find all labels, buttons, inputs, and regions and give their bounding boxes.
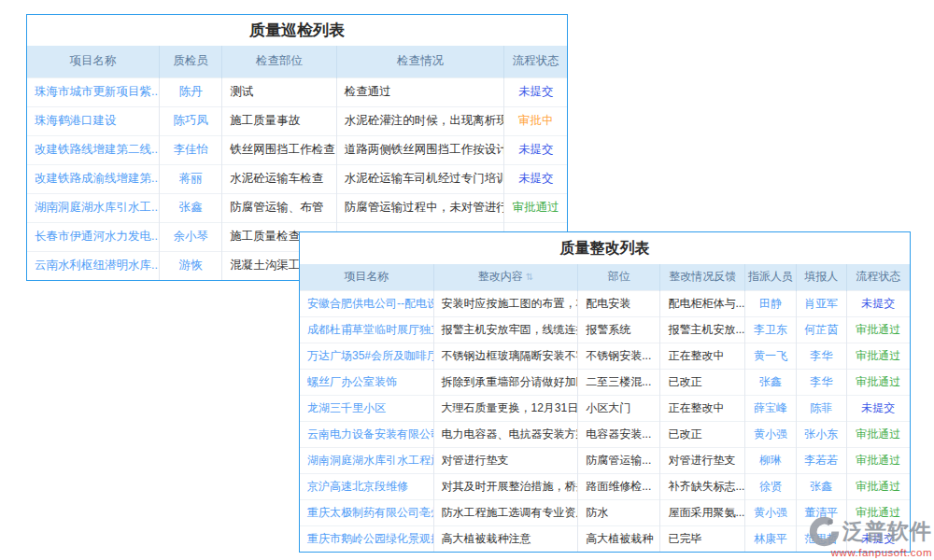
project-link[interactable]: 云南电力设备安装有限公司20...: [307, 427, 433, 441]
table-row: 湖南洞庭湖水库引水工...张鑫防腐管运输、布管防腐管运输过程中，未对管进行...…: [27, 193, 567, 222]
person-link[interactable]: 李华: [810, 375, 832, 388]
column-header-label: 流程状态: [513, 54, 559, 67]
table-cell: 审批通过: [504, 193, 567, 222]
table-cell: 李若若: [797, 447, 847, 473]
project-link[interactable]: 重庆太极制药有限公司亳州中...: [307, 506, 433, 519]
cell-text: 施工质量事故: [230, 114, 300, 127]
project-link[interactable]: 珠海鹤港口建设: [35, 114, 117, 127]
project-link[interactable]: 改建铁路成渝线增建第...: [35, 172, 160, 185]
person-link[interactable]: 张鑫: [759, 375, 782, 388]
person-link[interactable]: 肖亚军: [804, 297, 838, 310]
project-link[interactable]: 湖南洞庭湖水库引水工程施工标: [307, 454, 433, 467]
table-cell: 高大植被栽种: [578, 525, 660, 552]
person-link[interactable]: 田静: [759, 297, 782, 310]
brand-name: 泛普软件: [842, 517, 932, 546]
column-header-inspector: 质检员: [160, 46, 222, 77]
person-link[interactable]: 余小琴: [173, 230, 208, 243]
project-link[interactable]: 成都杜甫草堂临时展厅独立展...: [307, 323, 433, 336]
project-link[interactable]: 湖南洞庭湖水库引水工...: [35, 201, 160, 214]
person-link[interactable]: 张鑫: [179, 201, 203, 214]
table-cell: 正在整改中: [660, 343, 745, 369]
cell-text: 大理石质量更换，12月31日之...: [442, 401, 578, 414]
column-header-label: 整改情况反馈: [669, 270, 736, 283]
table-cell: 安装时应按施工图的布置，将...: [433, 290, 578, 316]
table-cell: 屋面采用聚氨...: [660, 499, 745, 525]
table-cell: 报警主机安放牢固，线缆连接...: [433, 316, 578, 343]
project-link[interactable]: 京沪高速北京段维修: [307, 480, 408, 493]
person-link[interactable]: 陈菲: [810, 401, 832, 414]
table-row: 万达广场35#会所及咖啡厅空...不锈钢边框玻璃隔断安装不牢...不锈钢安装..…: [300, 343, 910, 369]
project-link[interactable]: 安徽合肥供电公司--配电设备...: [307, 297, 433, 310]
person-link[interactable]: 林康平: [754, 532, 787, 545]
person-link[interactable]: 黄一飞: [754, 349, 787, 362]
table-cell: 高大植被栽种注意: [433, 525, 578, 552]
person-link[interactable]: 薛宝峰: [754, 401, 787, 414]
table-row: 湖南洞庭湖水库引水工程施工标对管进行垫支防腐管运输...对管进行垫支柳琳李若若审…: [300, 447, 910, 473]
column-header-content: 整改内容⇅: [433, 264, 578, 290]
table-title: 质量巡检列表: [27, 15, 567, 46]
table-row: 改建铁路线增建第二线...李佳怡铁丝网围挡工作检查道路两侧铁丝网围挡工作按设计.…: [27, 135, 567, 164]
person-link[interactable]: 柳琳: [759, 454, 782, 467]
quality-rectification-card: 质量整改列表 项目名称整改内容⇅部位整改情况反馈指派人员填报人流程状态安徽合肥供…: [299, 231, 911, 553]
table-cell: 审批通过: [846, 421, 910, 447]
person-link[interactable]: 陈丹: [179, 85, 203, 98]
table-cell: 肖亚军: [797, 290, 847, 316]
column-header-situation: 检查情况: [336, 46, 504, 77]
table-cell: 京沪高速北京段维修: [300, 473, 433, 499]
person-link[interactable]: 李佳怡: [173, 143, 208, 156]
project-link[interactable]: 改建铁路线增建第二线...: [35, 143, 160, 156]
person-link[interactable]: 李卫东: [754, 323, 787, 336]
table-cell: 黄一飞: [745, 343, 797, 369]
project-link[interactable]: 万达广场35#会所及咖啡厅空...: [307, 349, 433, 362]
table-cell: 张小东: [797, 421, 847, 447]
table-cell: 电容器安装...: [578, 421, 660, 447]
project-link[interactable]: 云南水利枢纽潜明水库...: [35, 259, 160, 272]
table-cell: 水泥砼运输车司机经过专门培训...: [336, 164, 504, 193]
table-cell: 补齐缺失标志...: [660, 473, 745, 499]
project-link[interactable]: 螺丝厂办公室装饰: [307, 375, 397, 388]
table-cell: 湖南洞庭湖水库引水工...: [27, 193, 160, 222]
table-cell: 柳琳: [745, 447, 797, 473]
table-row: 成都杜甫草堂临时展厅独立展...报警主机安放牢固，线缆连接...报警系统报警主机…: [300, 316, 910, 343]
cell-text: 测试: [230, 85, 253, 98]
person-link[interactable]: 黄小强: [754, 427, 787, 441]
project-link[interactable]: 长春市伊通河水力发电...: [35, 230, 160, 243]
table-cell: 游恢: [160, 251, 222, 280]
cell-text: 防水: [586, 506, 608, 519]
table-cell: 铁丝网围挡工作检查: [222, 135, 337, 164]
project-link[interactable]: 龙湖三千里小区: [307, 401, 386, 414]
table-cell: 正在整改中: [660, 395, 745, 421]
table-cell: 成都杜甫草堂临时展厅独立展...: [300, 316, 433, 343]
table-cell: 二至三楼混...: [578, 369, 660, 395]
table-cell: 余小琴: [160, 222, 222, 251]
column-header-label: 项目名称: [344, 270, 389, 283]
column-header-label: 项目名称: [70, 54, 117, 67]
person-link[interactable]: 李若若: [804, 454, 838, 467]
column-header-label: 检查部位: [256, 54, 303, 67]
person-link[interactable]: 李华: [810, 349, 832, 362]
table-cell: 陈巧凤: [160, 106, 222, 135]
project-link[interactable]: 珠海市城市更新项目紫...: [35, 85, 160, 98]
person-link[interactable]: 张鑫: [810, 480, 832, 493]
table-cell: 张鑫: [745, 369, 797, 395]
person-link[interactable]: 蒋丽: [179, 172, 203, 185]
cell-text: 拆除到承重墙部分请做好加固...: [442, 375, 578, 388]
table-row: 安徽合肥供电公司--配电设备...安装时应按施工图的布置，将...配电安装配电柜…: [300, 290, 910, 316]
person-link[interactable]: 黄小强: [754, 506, 787, 519]
project-link[interactable]: 重庆市鹅岭公园绿化景观提升...: [307, 532, 433, 545]
table-cell: 大理石质量更换，12月31日之...: [433, 395, 578, 421]
sort-icon[interactable]: ⇅: [526, 272, 533, 282]
person-link[interactable]: 陈巧凤: [173, 114, 208, 127]
page: 质量巡检列表 项目名称质检员检查部位检查情况流程状态珠海市城市更新项目紫...陈…: [0, 0, 934, 560]
table-row: 珠海鹤港口建设陈巧凤施工质量事故水泥砼灌注的时候，出现离析现象审批中: [27, 106, 567, 135]
table-cell: 张鑫: [797, 473, 847, 499]
person-link[interactable]: 徐贤: [759, 480, 782, 493]
column-header-feedback: 整改情况反馈: [660, 264, 745, 290]
column-header-label: 填报人: [804, 270, 838, 283]
person-link[interactable]: 张小东: [804, 427, 838, 441]
person-link[interactable]: 游恢: [179, 259, 203, 272]
table-cell: 何芷茵: [797, 316, 847, 343]
table-cell: 已改正: [660, 421, 745, 447]
cell-text: 补齐缺失标志...: [668, 480, 744, 493]
person-link[interactable]: 何芷茵: [804, 323, 838, 336]
